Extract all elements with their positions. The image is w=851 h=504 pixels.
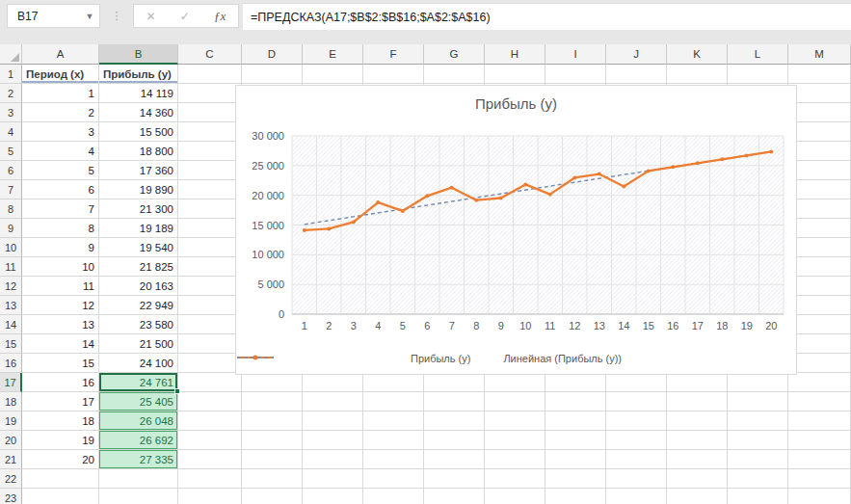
cell-E18[interactable]	[303, 392, 363, 411]
cell-C21[interactable]	[178, 450, 242, 469]
cell-A23[interactable]	[22, 489, 99, 504]
cell-C20[interactable]	[178, 431, 242, 450]
cell-C3[interactable]	[178, 103, 242, 122]
cell-B17[interactable]: 24 761	[99, 373, 178, 392]
row-header-8[interactable]: 8	[0, 199, 22, 219]
cell-A15[interactable]: 14	[22, 334, 99, 354]
cell-C15[interactable]	[178, 334, 242, 354]
cell-K23[interactable]	[667, 489, 728, 504]
cell-H23[interactable]	[485, 489, 545, 504]
name-box[interactable]: B17 ▼	[7, 4, 100, 28]
row-header-23[interactable]: 23	[0, 489, 22, 504]
column-header-D[interactable]: D	[242, 44, 303, 65]
cell-A19[interactable]: 18	[22, 411, 99, 431]
cell-J17[interactable]	[606, 373, 667, 392]
cell-A17[interactable]: 16	[22, 373, 99, 392]
cell-I23[interactable]	[545, 489, 606, 504]
cell-B14[interactable]: 23 580	[99, 315, 178, 334]
cell-C19[interactable]	[178, 411, 242, 431]
column-header-M[interactable]: M	[788, 44, 851, 65]
column-header-L[interactable]: L	[728, 44, 788, 65]
cell-H21[interactable]	[485, 450, 545, 469]
cell-C7[interactable]	[178, 180, 242, 199]
cell-A21[interactable]: 20	[22, 450, 99, 469]
cell-I21[interactable]	[545, 450, 606, 469]
cell-M17[interactable]	[788, 373, 851, 392]
cell-B4[interactable]: 15 500	[99, 122, 178, 142]
cell-M18[interactable]	[788, 392, 851, 411]
cell-A11[interactable]: 10	[22, 257, 99, 277]
cell-B12[interactable]: 20 163	[99, 277, 178, 296]
row-header-14[interactable]: 14	[0, 315, 22, 334]
row-header-1[interactable]: 1	[0, 65, 22, 84]
cell-H22[interactable]	[485, 469, 545, 489]
cell-B21[interactable]: 27 335	[99, 450, 178, 469]
cell-A20[interactable]: 19	[22, 431, 99, 450]
cell-A14[interactable]: 13	[22, 315, 99, 334]
cell-A8[interactable]: 7	[22, 199, 99, 219]
row-header-17[interactable]: 17	[0, 373, 22, 392]
cell-A7[interactable]: 6	[22, 180, 99, 199]
cell-H19[interactable]	[485, 411, 545, 431]
cell-E20[interactable]	[303, 431, 363, 450]
cell-M23[interactable]	[788, 489, 851, 504]
cell-D18[interactable]	[242, 392, 303, 411]
cell-J20[interactable]	[606, 431, 667, 450]
column-header-I[interactable]: I	[545, 44, 606, 65]
cell-A1[interactable]: Период (x)	[22, 65, 99, 84]
cell-A12[interactable]: 11	[22, 277, 99, 296]
fill-handle[interactable]	[174, 388, 180, 394]
cell-G1[interactable]	[424, 65, 485, 84]
cell-B18[interactable]: 25 405	[99, 392, 178, 411]
cell-J19[interactable]	[606, 411, 667, 431]
formula-bar[interactable]: =ПРЕДСКАЗ(A17;$B$2:$B$16;$A$2:$A$16)	[243, 3, 851, 30]
cell-K18[interactable]	[667, 392, 728, 411]
cell-C14[interactable]	[178, 315, 242, 334]
cell-H20[interactable]	[485, 431, 545, 450]
cell-M20[interactable]	[788, 431, 851, 450]
cell-A13[interactable]: 12	[22, 296, 99, 315]
cell-G22[interactable]	[424, 469, 485, 489]
cancel-entry-icon[interactable]: ✕	[146, 10, 156, 23]
cell-L21[interactable]	[728, 450, 788, 469]
cell-H18[interactable]	[485, 392, 545, 411]
cell-I20[interactable]	[545, 431, 606, 450]
cell-K19[interactable]	[667, 411, 728, 431]
cell-F1[interactable]	[363, 65, 424, 84]
cell-B9[interactable]: 19 189	[99, 219, 178, 238]
cell-A2[interactable]: 1	[22, 84, 99, 103]
cell-L18[interactable]	[728, 392, 788, 411]
cell-D17[interactable]	[242, 373, 303, 392]
cell-M21[interactable]	[788, 450, 851, 469]
cell-G19[interactable]	[424, 411, 485, 431]
cell-B20[interactable]: 26 692	[99, 431, 178, 450]
cell-K22[interactable]	[667, 469, 728, 489]
cell-G23[interactable]	[424, 489, 485, 504]
cell-G17[interactable]	[424, 373, 485, 392]
row-header-20[interactable]: 20	[0, 431, 22, 450]
cell-M22[interactable]	[788, 469, 851, 489]
cell-C1[interactable]	[178, 65, 242, 84]
cell-L23[interactable]	[728, 489, 788, 504]
cell-J22[interactable]	[606, 469, 667, 489]
row-header-11[interactable]: 11	[0, 257, 22, 277]
cell-C13[interactable]	[178, 296, 242, 315]
cell-D21[interactable]	[242, 450, 303, 469]
column-header-H[interactable]: H	[485, 44, 545, 65]
column-header-B[interactable]: B	[99, 44, 178, 65]
column-header-J[interactable]: J	[606, 44, 667, 65]
cell-F19[interactable]	[363, 411, 424, 431]
row-header-7[interactable]: 7	[0, 180, 22, 199]
cell-B15[interactable]: 21 500	[99, 334, 178, 354]
cell-G21[interactable]	[424, 450, 485, 469]
cell-G20[interactable]	[424, 431, 485, 450]
cell-E19[interactable]	[303, 411, 363, 431]
row-header-16[interactable]: 16	[0, 354, 22, 373]
legend-item[interactable]: Прибыль (y)	[411, 353, 470, 364]
cell-C23[interactable]	[178, 489, 242, 504]
cell-K20[interactable]	[667, 431, 728, 450]
cell-A18[interactable]: 17	[22, 392, 99, 411]
cell-D19[interactable]	[242, 411, 303, 431]
row-header-5[interactable]: 5	[0, 142, 22, 161]
column-header-K[interactable]: K	[667, 44, 728, 65]
